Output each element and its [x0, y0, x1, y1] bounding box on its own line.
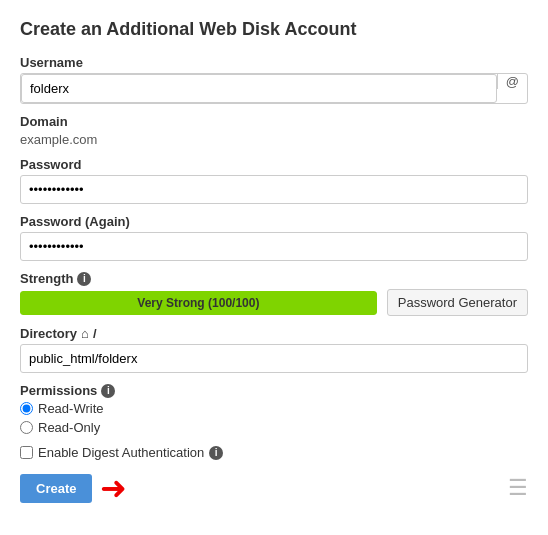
username-group: Username @	[20, 55, 528, 104]
directory-label-row: Directory ⌂ /	[20, 326, 528, 341]
permissions-group: Permissions i Read-Write Read-Only	[20, 383, 528, 435]
strength-info-icon: i	[77, 272, 91, 286]
username-input-wrapper: @	[20, 73, 528, 104]
radio-read-only: Read-Only	[20, 420, 528, 435]
permissions-info-icon: i	[101, 384, 115, 398]
directory-slash: /	[93, 326, 97, 341]
arrow-icon: ➜	[100, 472, 127, 504]
password-again-input[interactable]	[20, 232, 528, 261]
create-button[interactable]: Create	[20, 474, 92, 503]
password-again-group: Password (Again)	[20, 214, 528, 261]
radio-read-only-input[interactable]	[20, 421, 33, 434]
strength-bar-wrapper: Very Strong (100/100)	[20, 291, 377, 315]
radio-read-write: Read-Write	[20, 401, 528, 416]
strength-row: Very Strong (100/100) Password Generator	[20, 289, 528, 316]
digest-auth-checkbox[interactable]	[20, 446, 33, 459]
permissions-label-row: Permissions i	[20, 383, 528, 398]
permissions-label: Permissions	[20, 383, 97, 398]
strength-bar-label: Very Strong (100/100)	[137, 296, 259, 310]
radio-read-write-input[interactable]	[20, 402, 33, 415]
page-title: Create an Additional Web Disk Account	[20, 18, 528, 41]
strength-group: Strength i Very Strong (100/100) Passwor…	[20, 271, 528, 316]
directory-label: Directory	[20, 326, 77, 341]
radio-read-only-label: Read-Only	[38, 420, 100, 435]
domain-group: Domain example.com	[20, 114, 528, 147]
password-again-label: Password (Again)	[20, 214, 528, 229]
digest-auth-label: Enable Digest Authentication	[38, 445, 204, 460]
at-symbol: @	[497, 74, 527, 89]
digest-auth-info-icon: i	[209, 446, 223, 460]
radio-read-write-label: Read-Write	[38, 401, 104, 416]
bottom-row: Create ➜ ☰	[20, 472, 528, 504]
strength-label: Strength	[20, 271, 73, 286]
digest-auth-row: Enable Digest Authentication i	[20, 445, 528, 460]
password-group: Password	[20, 157, 528, 204]
create-area: Create ➜	[20, 472, 127, 504]
strength-label-row: Strength i	[20, 271, 528, 286]
directory-group: Directory ⌂ /	[20, 326, 528, 373]
cpanel-icon: ☰	[508, 475, 528, 501]
password-label: Password	[20, 157, 528, 172]
domain-value: example.com	[20, 132, 528, 147]
domain-label: Domain	[20, 114, 528, 129]
username-label: Username	[20, 55, 528, 70]
directory-input[interactable]	[20, 344, 528, 373]
password-generator-button[interactable]: Password Generator	[387, 289, 528, 316]
password-input[interactable]	[20, 175, 528, 204]
home-icon: ⌂	[81, 326, 89, 341]
strength-bar: Very Strong (100/100)	[20, 291, 377, 315]
username-input[interactable]	[21, 74, 497, 103]
